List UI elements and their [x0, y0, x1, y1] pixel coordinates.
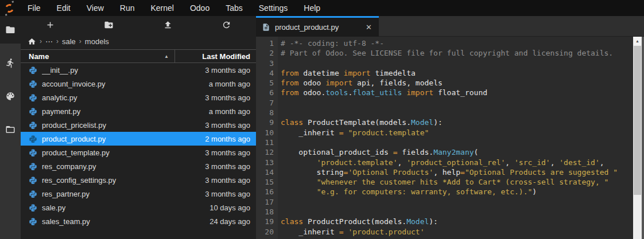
code-line[interactable]: 15 "whenever the customer hits *Add to C… — [256, 177, 633, 187]
code-line[interactable]: 2# Part of Odoo. See LICENSE file for fu… — [256, 48, 633, 58]
column-header-name[interactable]: Name — [21, 52, 164, 61]
menu-item-odoo[interactable]: Odoo — [182, 0, 218, 16]
scroll-up-arrow-icon[interactable]: ▲ — [633, 37, 642, 45]
code-text — [278, 138, 281, 147]
code-editor[interactable]: 1# -*- coding: utf-8 -*-2# Part of Odoo.… — [256, 37, 633, 239]
code-line[interactable]: 5from odoo import api, fields, models — [256, 78, 633, 88]
file-row-res_company.py[interactable]: res_company.py3 months ago — [21, 159, 256, 173]
code-text: from odoo.tools.float_utils import float… — [278, 88, 487, 97]
breadcrumb-separator-icon: › — [79, 37, 82, 45]
file-row-analytic.py[interactable]: analytic.py3 months ago — [21, 91, 256, 104]
file-last-modified: 24 days ago — [210, 217, 250, 226]
code-text: "e.g. for computers: warranty, software,… — [278, 187, 537, 197]
code-line[interactable]: 9class ProductTemplate(models.Model): — [256, 117, 633, 127]
scrollbar-thumb[interactable] — [634, 46, 641, 195]
code-text: 'product.template', 'product_optional_re… — [278, 158, 604, 167]
code-line[interactable]: 13 'product.template', 'product_optional… — [256, 158, 633, 167]
sidebar-tab-open-tabs[interactable] — [0, 116, 21, 143]
code-text: class ProductTemplate(models.Model): — [278, 117, 443, 127]
jupyterlab-window: FileEditViewRunKernelOdooTabsSettingsHel… — [0, 0, 644, 239]
editor-panel: product_product.py ✕ 1# -*- coding: utf-… — [256, 16, 644, 239]
file-name: product_product.py — [42, 135, 205, 143]
file-last-modified: 3 months ago — [205, 121, 250, 130]
file-name: product_template.py — [42, 148, 205, 157]
line-number: 9 — [256, 117, 278, 127]
menu-item-settings[interactable]: Settings — [251, 0, 296, 16]
file-row-sales_team.py[interactable]: sales_team.py24 days ago — [21, 214, 256, 228]
column-header-last-modified[interactable]: Last Modified — [175, 52, 256, 61]
file-last-modified: 3 months ago — [205, 148, 250, 157]
line-number: 17 — [256, 197, 278, 207]
file-browser-panel: ›⋯›sale›models Name ▲ Last Modified __in… — [21, 16, 256, 239]
breadcrumb-item[interactable]: sale — [62, 37, 76, 46]
file-last-modified: 3 months ago — [205, 93, 250, 102]
file-row-account_invoice.py[interactable]: account_invoice.pya month ago — [21, 77, 256, 91]
code-line[interactable]: 8 — [256, 108, 633, 117]
code-line[interactable]: 14 string='Optional Products', help="Opt… — [256, 167, 633, 177]
line-number: 2 — [256, 48, 278, 58]
menu-item-edit[interactable]: Edit — [49, 0, 79, 16]
code-text: # Part of Odoo. See LICENSE file for ful… — [278, 48, 613, 58]
code-text: "whenever the customer hits *Add to Cart… — [278, 177, 608, 187]
code-text: from odoo import api, fields, models — [278, 78, 443, 88]
file-row-product_pricelist.py[interactable]: product_pricelist.py3 months ago — [21, 118, 256, 132]
code-text — [278, 98, 281, 108]
running-person-icon — [5, 58, 15, 68]
upload-button[interactable] — [138, 20, 197, 30]
vertical-scrollbar[interactable]: ▲ — [633, 37, 642, 239]
file-row-res_config_settings.py[interactable]: res_config_settings.py3 months ago — [21, 173, 256, 187]
file-name: __init__.py — [42, 66, 205, 75]
code-line[interactable]: 19class ProductProduct(models.Model): — [256, 217, 633, 226]
code-text — [278, 108, 281, 117]
code-line[interactable]: 7 — [256, 98, 633, 108]
code-line[interactable]: 18 — [256, 207, 633, 217]
code-line[interactable]: 3 — [256, 58, 633, 68]
file-row-product_template.py[interactable]: product_template.py3 months ago — [21, 146, 256, 159]
file-row-product_product.py[interactable]: product_product.py2 months ago — [21, 132, 256, 146]
code-line[interactable]: 20 _inherit = 'product.product' — [256, 227, 633, 237]
menu-item-run[interactable]: Run — [112, 0, 143, 16]
code-line[interactable]: 16 "e.g. for computers: warranty, softwa… — [256, 187, 633, 197]
code-line[interactable]: 12 optional_product_ids = fields.Many2ma… — [256, 147, 633, 157]
menu-item-tabs[interactable]: Tabs — [218, 0, 251, 16]
editor-tab-product-product[interactable]: product_product.py ✕ — [256, 16, 379, 37]
code-line[interactable]: 6from odoo.tools.float_utils import floa… — [256, 88, 633, 97]
python-file-icon — [29, 66, 37, 75]
file-row-__init__.py[interactable]: __init__.py3 months ago — [21, 63, 256, 77]
python-file-icon — [29, 93, 37, 102]
code-text: string='Optional Products', help="Option… — [278, 167, 618, 177]
code-line[interactable]: 4from datetime import timedelta — [256, 68, 633, 78]
menu-item-kernel[interactable]: Kernel — [142, 0, 181, 16]
close-icon[interactable]: ✕ — [364, 23, 373, 32]
plus-icon — [45, 20, 55, 30]
code-line[interactable]: 10 _inherit = "product.template" — [256, 128, 633, 138]
code-text: _inherit = "product.template" — [278, 128, 429, 138]
sidebar-tab-file-browser[interactable] — [0, 16, 21, 44]
sort-ascending-icon[interactable]: ▲ — [164, 54, 174, 59]
editor-tab-bar: product_product.py ✕ — [256, 16, 644, 37]
file-row-res_partner.py[interactable]: res_partner.py3 months ago — [21, 187, 256, 201]
menu-item-help[interactable]: Help — [296, 0, 328, 16]
menu-item-file[interactable]: File — [20, 0, 49, 16]
code-line[interactable]: 1# -*- coding: utf-8 -*- — [256, 38, 633, 48]
new-launcher-button[interactable] — [21, 20, 80, 30]
menu-item-view[interactable]: View — [79, 0, 112, 16]
odoo-spinner-icon[interactable] — [4, 3, 15, 14]
sidebar-tab-running-sessions[interactable] — [0, 49, 21, 77]
tab-title: product_product.py — [275, 23, 364, 32]
code-line[interactable]: 17 — [256, 197, 633, 207]
file-name: payment.py — [42, 107, 209, 116]
refresh-button[interactable] — [197, 20, 257, 30]
file-last-modified: a month ago — [209, 80, 250, 88]
home-icon[interactable] — [28, 37, 36, 46]
breadcrumb-item[interactable]: ⋯ — [45, 37, 53, 46]
code-line[interactable]: 11 — [256, 138, 633, 147]
breadcrumb-item[interactable]: models — [85, 37, 109, 46]
file-last-modified: 3 months ago — [205, 176, 250, 185]
sidebar-tab-command-palette[interactable] — [0, 83, 21, 110]
python-file-icon — [262, 23, 270, 32]
file-row-sale.py[interactable]: sale.py10 days ago — [21, 201, 256, 214]
code-text: _inherit = 'product.product' — [278, 227, 424, 237]
new-folder-button[interactable] — [80, 20, 139, 30]
file-row-payment.py[interactable]: payment.pya month ago — [21, 104, 256, 118]
